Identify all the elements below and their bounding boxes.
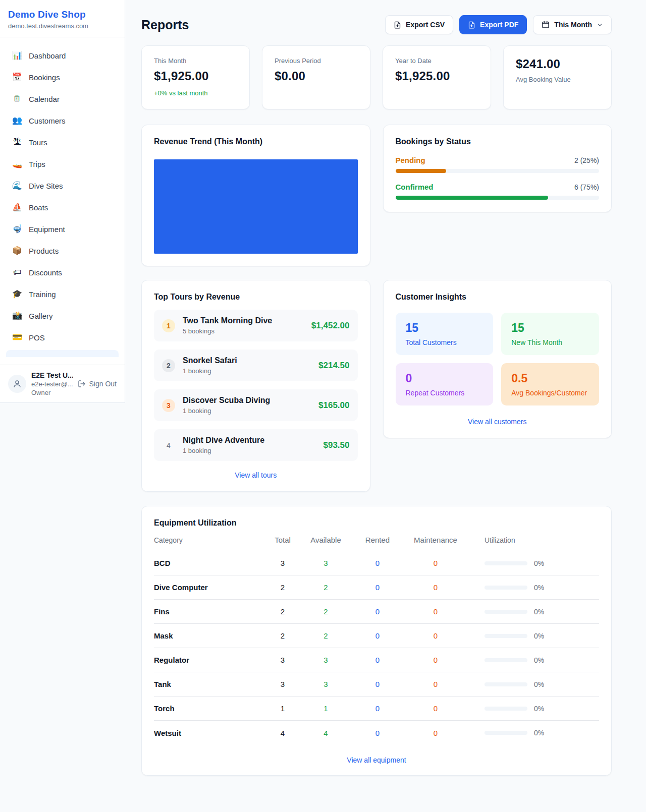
sidebar-user-panel: E2E Test U... e2e-tester@... Owner Sign … <box>0 365 125 402</box>
insights-row: Top Tours by Revenue 1 Two Tank Morning … <box>141 280 612 492</box>
sailboat-icon: ⛵ <box>12 202 22 212</box>
tile-label: Avg Bookings/Customer <box>511 389 589 397</box>
tour-list-item: 1 Two Tank Morning Dive 5 bookings $1,45… <box>154 310 358 341</box>
equipment-available: 2 <box>299 631 352 640</box>
sidebar-item-products[interactable]: 📦 Products <box>6 242 119 260</box>
top-tours-title: Top Tours by Revenue <box>154 293 358 302</box>
export-csv-label: Export CSV <box>406 21 445 29</box>
equipment-available: 3 <box>299 656 352 664</box>
sidebar-item-reports-partial[interactable] <box>6 350 119 357</box>
rank-badge: 2 <box>162 359 175 372</box>
sidebar-nav: 📊 Dashboard 📅 Bookings 🗓 Calendar 👥 Cust… <box>0 37 125 365</box>
equipment-maintenance: 0 <box>403 631 468 640</box>
utilization-bar <box>484 731 527 735</box>
export-pdf-button[interactable]: Export PDF <box>459 15 527 34</box>
equipment-available: 2 <box>299 583 352 592</box>
revenue-trend-card: Revenue Trend (This Month) <box>141 125 370 266</box>
utilization-percent: 0% <box>534 729 544 737</box>
equipment-utilization: 0% <box>468 584 599 592</box>
equipment-available: 2 <box>299 607 352 616</box>
tile-repeat-customers: 0 Repeat Customers <box>396 363 494 405</box>
utilization-bar <box>484 586 527 590</box>
sidebar-item-calendar[interactable]: 🗓 Calendar <box>6 90 119 108</box>
equipment-utilization: 0% <box>468 705 599 713</box>
table-row: Dive Computer 2 2 0 0 0% <box>154 575 599 600</box>
stat-cards: This Month $1,925.00 +0% vs last month P… <box>141 45 612 109</box>
equipment-maintenance: 0 <box>403 607 468 616</box>
sidebar-item-dive-sites[interactable]: 🌊 Dive Sites <box>6 177 119 195</box>
view-all-equipment-link[interactable]: View all equipment <box>347 756 406 764</box>
equipment-total: 3 <box>266 680 299 688</box>
status-row-pending: Pending 2 (25%) <box>396 156 600 173</box>
sidebar-item-pos[interactable]: 💳 POS <box>6 328 119 346</box>
equipment-utilization: 0% <box>468 632 599 640</box>
customer-insights-card: Customer Insights 15 Total Customers 15 … <box>383 280 612 438</box>
island-icon: 🏝 <box>12 137 22 147</box>
column-header-category: Category <box>154 536 266 544</box>
sidebar-item-boats[interactable]: ⛵ Boats <box>6 198 119 216</box>
equipment-total: 2 <box>266 607 299 616</box>
tour-bookings: 1 booking <box>183 367 312 375</box>
page-header: Reports Export CSV Export PDF <box>141 15 612 34</box>
sidebar-item-dashboard[interactable]: 📊 Dashboard <box>6 46 119 65</box>
tour-name: Discover Scuba Diving <box>183 396 312 405</box>
status-label: Confirmed <box>396 183 434 191</box>
tile-value: 0 <box>406 372 483 385</box>
utilization-bar <box>484 682 527 686</box>
bookings-by-status-card: Bookings by Status Pending 2 (25%) Confi… <box>383 125 612 212</box>
equipment-rented: 0 <box>352 607 403 616</box>
sidebar-item-equipment[interactable]: 🤿 Equipment <box>6 220 119 238</box>
tile-new-this-month: 15 New This Month <box>501 313 599 355</box>
progress-bar-fill <box>396 169 447 173</box>
utilization-bar <box>484 610 527 614</box>
sidebar-item-customers[interactable]: 👥 Customers <box>6 111 119 130</box>
sidebar-item-label: Trips <box>29 160 45 168</box>
column-header-utilization: Utilization <box>468 536 599 544</box>
tour-bookings: 1 booking <box>183 407 312 415</box>
export-csv-button[interactable]: Export CSV <box>385 15 453 34</box>
file-download-icon <box>468 21 475 29</box>
logout-icon <box>78 380 86 388</box>
sidebar-item-trips[interactable]: 🚤 Trips <box>6 155 119 173</box>
sidebar-item-tours[interactable]: 🏝 Tours <box>6 133 119 151</box>
rank-badge: 1 <box>162 319 175 332</box>
tile-value: 15 <box>406 321 483 335</box>
file-download-icon <box>394 21 401 29</box>
utilization-percent: 0% <box>534 632 544 640</box>
tour-bookings: 5 bookings <box>183 327 305 335</box>
equipment-category: Regulator <box>154 656 266 664</box>
tile-label: New This Month <box>511 338 589 346</box>
equipment-rented: 0 <box>352 559 403 567</box>
stat-label: Avg Booking Value <box>516 76 599 83</box>
sidebar-item-label: Training <box>29 290 56 299</box>
period-dropdown[interactable]: This Month <box>533 15 612 34</box>
tour-revenue: $1,452.00 <box>311 321 350 331</box>
stat-value: $1,925.00 <box>395 69 478 83</box>
table-row: Regulator 3 3 0 0 0% <box>154 648 599 672</box>
stat-value: $0.00 <box>275 69 358 83</box>
tile-label: Repeat Customers <box>406 389 483 397</box>
sidebar-item-label: Gallery <box>29 312 53 320</box>
calendar-icon <box>542 21 550 29</box>
chevron-down-icon <box>597 22 603 28</box>
stat-card-year-to-date: Year to Date $1,925.00 <box>383 45 491 109</box>
stat-label: This Month <box>154 57 237 65</box>
bookings-by-status-title: Bookings by Status <box>396 137 600 146</box>
user-info: E2E Test U... e2e-tester@... Owner <box>31 371 73 396</box>
equipment-available: 3 <box>299 680 352 688</box>
utilization-percent: 0% <box>534 680 544 688</box>
sidebar-item-discounts[interactable]: 🏷 Discounts <box>6 263 119 281</box>
sidebar-item-bookings[interactable]: 📅 Bookings <box>6 68 119 86</box>
stat-card-previous-period: Previous Period $0.00 <box>262 45 370 109</box>
sidebar-item-training[interactable]: 🎓 Training <box>6 285 119 303</box>
table-row: Torch 1 1 0 0 0% <box>154 697 599 721</box>
sidebar-item-gallery[interactable]: 📸 Gallery <box>6 307 119 325</box>
table-row: Wetsuit 4 4 0 0 0% <box>154 721 599 745</box>
equipment-utilization: 0% <box>468 559 599 567</box>
status-count: 2 (25%) <box>574 156 599 164</box>
sign-out-button[interactable]: Sign Out <box>78 380 117 388</box>
equipment-maintenance: 0 <box>403 680 468 688</box>
view-all-tours-link[interactable]: View all tours <box>235 471 277 479</box>
view-all-customers-link[interactable]: View all customers <box>468 418 526 426</box>
package-icon: 📦 <box>12 246 22 256</box>
